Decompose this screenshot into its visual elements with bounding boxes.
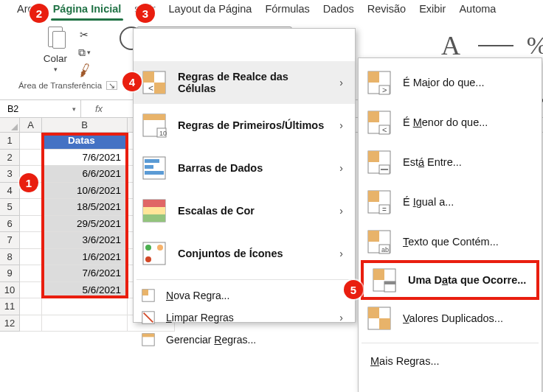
column-header-B[interactable]: B [42,118,128,132]
menu-manage-rules[interactable]: Gerenciar Regras... [134,329,355,351]
row-header[interactable]: 11 [0,298,20,315]
cell[interactable] [20,232,42,249]
menu-color-scales[interactable]: Escalas de Cor › [134,189,355,232]
menu-less-than[interactable]: < É Menor do que... [359,102,542,142]
duplicate-values-icon [366,305,392,332]
cell[interactable] [20,150,42,167]
cut-button[interactable]: ✂ [76,28,92,41]
cell[interactable] [42,298,128,315]
cell[interactable] [20,298,42,315]
copy-button[interactable]: ⧉▾ [76,46,92,59]
date-occurring-icon [371,267,398,293]
clipboard-dialog-launcher[interactable]: ↘ [106,81,117,90]
ribbon-tabs: Arqu Página Inicial serir Layout da Pági… [0,0,543,21]
paste-button[interactable]: Colar ▾ [44,27,67,73]
cell[interactable] [20,216,42,233]
menu-clear-rules[interactable]: Limpar Regras › [134,307,355,329]
menu-top-bottom-rules[interactable]: 10 Regras de Primeiros/Últimos › [134,104,355,147]
cell[interactable]: 29/5/2021 [42,216,128,233]
menu-label: Texto que Contém... [403,236,499,248]
menu-date-occurring[interactable]: Uma Data que Ocorre... [361,260,539,300]
row-header[interactable]: 10 [0,282,20,299]
menu-label: Mais Regras... [370,355,440,367]
menu-new-rule[interactable]: Nova Regra... [134,284,355,307]
menu-duplicate-values[interactable]: Valores Duplicados... [359,298,542,338]
cell[interactable] [20,249,42,266]
tab-page-layout[interactable]: Layout da Página [162,0,259,19]
menu-text-contains[interactable]: ab Texto que Contém... [359,222,542,262]
row-header[interactable]: 5 [0,199,20,216]
menu-greater-than[interactable]: > É Maior do que... É Maior do que... [359,63,542,102]
font-icon[interactable]: A [433,31,468,60]
row-header[interactable]: 12 [0,315,20,332]
chevron-down-icon[interactable]: ▾ [72,105,76,113]
menu-label: Gerenciar Regras... [166,334,256,346]
svg-text:>: > [382,85,387,94]
tab-automate[interactable]: Automa [452,0,502,19]
fx-button[interactable]: fx [81,103,117,114]
menu-data-bars[interactable]: Barras de Dados › [134,147,355,189]
format-painter-button[interactable]: 🖌 [75,61,94,79]
cell[interactable]: 3/6/2021 [42,232,128,249]
row-header[interactable]: 1 [0,133,20,150]
select-all-corner[interactable] [0,118,20,132]
icon-sets-icon [141,240,167,267]
row-header[interactable]: 9 [0,265,20,282]
percent-icon[interactable]: % [519,31,543,60]
tab-home[interactable]: Página Inicial [46,0,128,19]
menu-label: Limpar Regras [166,312,234,323]
menu-label: É Igual a... [403,196,454,208]
tab-view[interactable]: Exibir [412,0,452,19]
tab-data[interactable]: Dados [317,0,361,19]
cell[interactable]: 10/6/2021 [42,183,128,200]
menu-label: Escalas de Cor [178,205,255,217]
svg-rect-42 [368,191,379,202]
cell[interactable] [20,133,42,150]
cell[interactable] [20,315,42,332]
cell[interactable]: 1/6/2021 [42,249,128,266]
menu-between[interactable]: Está Entre... [359,142,542,182]
svg-rect-52 [384,281,395,284]
paste-label: Colar [44,53,67,64]
svg-rect-14 [145,171,164,175]
svg-rect-16 [143,200,165,207]
cell[interactable]: 6/6/2021 [42,166,128,183]
chevron-right-icon: › [339,162,349,174]
menu-icon-sets[interactable]: Conjuntos de Ícones › [134,232,355,275]
menu-equal-to[interactable]: = É Igual a... [359,182,542,222]
cell[interactable] [20,199,42,216]
row-header[interactable]: 8 [0,249,20,266]
chevron-down-icon[interactable]: ▾ [54,66,58,73]
menu-more-rules[interactable]: Mais Regras... [359,348,542,374]
row-header[interactable]: 7 [0,232,20,249]
menu-separator [136,279,352,280]
step-badge-3: 3 [136,4,155,23]
name-box[interactable]: B2 ▾ [0,100,81,117]
row-header[interactable]: 3 [0,166,20,183]
chevron-right-icon: › [339,312,349,323]
row-header[interactable]: 6 [0,216,20,233]
svg-rect-12 [145,159,159,163]
row-header[interactable]: 4 [0,183,20,200]
cell[interactable]: 18/5/2021 [42,199,128,216]
cell[interactable]: 7/6/2021 [42,150,128,167]
tab-review[interactable]: Revisão [361,0,412,19]
less-than-icon: < [366,109,392,136]
manage-rules-icon [141,332,156,347]
step-badge-4: 4 [122,72,142,91]
svg-rect-30 [368,71,379,83]
cell[interactable] [20,282,42,299]
svg-text:<: < [382,125,387,134]
cell[interactable]: 7/6/2021 [42,265,128,282]
tab-formulas[interactable]: Fórmulas [258,0,316,19]
menu-highlight-cells-rules[interactable]: < Regras de Realce das Células › [134,61,355,104]
cell-header[interactable]: Datas [42,133,128,150]
row-header[interactable]: 2 [0,150,20,167]
new-rule-icon [141,288,156,303]
cell[interactable] [20,265,42,282]
svg-rect-34 [368,111,379,122]
cell[interactable]: 5/6/2021 [42,282,128,299]
cell[interactable] [42,315,128,332]
column-header-A[interactable]: A [20,118,42,132]
alignment-icon[interactable] [478,31,513,60]
